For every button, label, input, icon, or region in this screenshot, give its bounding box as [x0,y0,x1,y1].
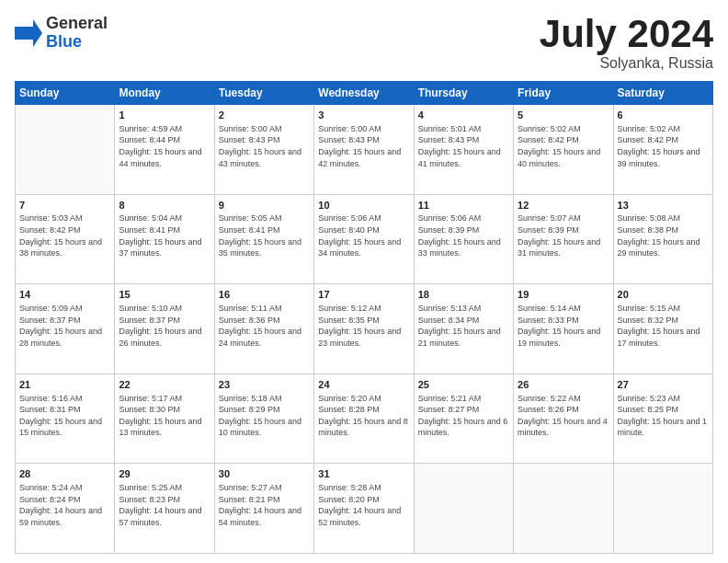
header-friday: Friday [514,82,613,105]
header-saturday: Saturday [613,82,712,105]
title-block: July 2024 Solyanka, Russia [540,15,713,72]
calendar-header-row: Sunday Monday Tuesday Wednesday Thursday… [16,82,713,105]
day-info: Sunrise: 5:17 AM Sunset: 8:30 PM Dayligh… [119,393,210,439]
day-number: 1 [119,109,210,122]
day-info: Sunrise: 5:14 AM Sunset: 8:33 PM Dayligh… [518,303,609,349]
day-info: Sunrise: 5:21 AM Sunset: 8:27 PM Dayligh… [418,393,509,439]
table-row: 3Sunrise: 5:00 AM Sunset: 8:43 PM Daylig… [314,105,414,195]
day-number: 21 [19,378,110,392]
table-row: 7Sunrise: 5:03 AM Sunset: 8:42 PM Daylig… [16,194,115,284]
header-thursday: Thursday [414,82,513,105]
day-number: 13 [618,199,709,213]
day-info: Sunrise: 5:03 AM Sunset: 8:42 PM Dayligh… [19,213,110,259]
table-row [16,105,115,195]
day-info: Sunrise: 4:59 AM Sunset: 8:44 PM Dayligh… [119,123,210,169]
day-info: Sunrise: 5:10 AM Sunset: 8:37 PM Dayligh… [119,303,210,349]
day-info: Sunrise: 5:13 AM Sunset: 8:34 PM Dayligh… [418,303,509,349]
day-number: 22 [119,378,210,392]
title-month: July 2024 [540,15,713,53]
table-row: 29Sunrise: 5:25 AM Sunset: 8:23 PM Dayli… [115,464,214,554]
table-row [414,464,513,554]
logo-text: General Blue [46,15,108,52]
day-info: Sunrise: 5:01 AM Sunset: 8:43 PM Dayligh… [418,123,509,169]
table-row: 15Sunrise: 5:10 AM Sunset: 8:37 PM Dayli… [115,284,214,374]
day-number: 23 [219,378,310,392]
table-row: 6Sunrise: 5:02 AM Sunset: 8:42 PM Daylig… [613,105,712,195]
day-info: Sunrise: 5:00 AM Sunset: 8:43 PM Dayligh… [219,123,310,169]
day-number: 18 [418,288,509,302]
calendar-week-1: 1Sunrise: 4:59 AM Sunset: 8:44 PM Daylig… [16,105,713,195]
table-row: 23Sunrise: 5:18 AM Sunset: 8:29 PM Dayli… [214,373,313,464]
day-info: Sunrise: 5:20 AM Sunset: 8:28 PM Dayligh… [318,393,409,439]
header-monday: Monday [115,82,214,105]
table-row: 17Sunrise: 5:12 AM Sunset: 8:35 PM Dayli… [314,284,414,374]
day-info: Sunrise: 5:00 AM Sunset: 8:43 PM Dayligh… [318,123,409,169]
day-number: 25 [418,378,509,392]
day-number: 12 [518,199,609,213]
day-info: Sunrise: 5:22 AM Sunset: 8:26 PM Dayligh… [518,393,609,439]
day-number: 16 [219,288,310,302]
day-number: 17 [318,288,409,302]
calendar-week-3: 14Sunrise: 5:09 AM Sunset: 8:37 PM Dayli… [16,284,713,374]
page: General Blue July 2024 Solyanka, Russia … [0,0,728,563]
table-row: 31Sunrise: 5:28 AM Sunset: 8:20 PM Dayli… [314,464,414,554]
table-row [613,464,712,554]
day-info: Sunrise: 5:04 AM Sunset: 8:41 PM Dayligh… [119,213,210,259]
day-number: 19 [518,288,609,302]
day-info: Sunrise: 5:12 AM Sunset: 8:35 PM Dayligh… [318,303,409,349]
day-number: 8 [119,199,210,213]
day-info: Sunrise: 5:24 AM Sunset: 8:24 PM Dayligh… [19,482,110,528]
day-number: 9 [219,199,310,213]
table-row: 5Sunrise: 5:02 AM Sunset: 8:42 PM Daylig… [514,105,613,195]
day-number: 15 [119,288,210,302]
svg-marker-0 [15,19,42,47]
day-info: Sunrise: 5:02 AM Sunset: 8:42 PM Dayligh… [518,123,609,169]
day-number: 14 [19,288,110,302]
day-info: Sunrise: 5:27 AM Sunset: 8:21 PM Dayligh… [219,482,310,528]
logo-general: General [46,15,108,33]
table-row: 28Sunrise: 5:24 AM Sunset: 8:24 PM Dayli… [16,464,115,554]
day-number: 4 [418,109,509,122]
day-number: 11 [418,199,509,213]
day-number: 28 [19,467,110,481]
day-info: Sunrise: 5:18 AM Sunset: 8:29 PM Dayligh… [219,393,310,439]
day-number: 7 [19,199,110,213]
table-row: 16Sunrise: 5:11 AM Sunset: 8:36 PM Dayli… [214,284,313,374]
calendar-week-4: 21Sunrise: 5:16 AM Sunset: 8:31 PM Dayli… [16,373,713,464]
day-info: Sunrise: 5:07 AM Sunset: 8:39 PM Dayligh… [518,213,609,259]
header-sunday: Sunday [16,82,115,105]
table-row: 10Sunrise: 5:06 AM Sunset: 8:40 PM Dayli… [314,194,414,284]
day-number: 3 [318,109,409,122]
table-row: 30Sunrise: 5:27 AM Sunset: 8:21 PM Dayli… [214,464,313,554]
logo-blue: Blue [46,33,108,52]
calendar-table: Sunday Monday Tuesday Wednesday Thursday… [15,81,713,554]
day-info: Sunrise: 5:05 AM Sunset: 8:41 PM Dayligh… [219,213,310,259]
day-info: Sunrise: 5:11 AM Sunset: 8:36 PM Dayligh… [219,303,310,349]
day-number: 5 [518,109,609,122]
day-number: 6 [618,109,709,122]
calendar-week-2: 7Sunrise: 5:03 AM Sunset: 8:42 PM Daylig… [16,194,713,284]
day-number: 26 [518,378,609,392]
table-row: 22Sunrise: 5:17 AM Sunset: 8:30 PM Dayli… [115,373,214,464]
day-info: Sunrise: 5:15 AM Sunset: 8:32 PM Dayligh… [618,303,709,349]
day-number: 24 [318,378,409,392]
header-tuesday: Tuesday [214,82,313,105]
table-row: 24Sunrise: 5:20 AM Sunset: 8:28 PM Dayli… [314,373,414,464]
table-row: 8Sunrise: 5:04 AM Sunset: 8:41 PM Daylig… [115,194,214,284]
day-number: 27 [618,378,709,392]
day-number: 20 [618,288,709,302]
table-row: 4Sunrise: 5:01 AM Sunset: 8:43 PM Daylig… [414,105,513,195]
day-info: Sunrise: 5:16 AM Sunset: 8:31 PM Dayligh… [19,393,110,439]
calendar-week-5: 28Sunrise: 5:24 AM Sunset: 8:24 PM Dayli… [16,464,713,554]
table-row: 27Sunrise: 5:23 AM Sunset: 8:25 PM Dayli… [613,373,712,464]
table-row: 21Sunrise: 5:16 AM Sunset: 8:31 PM Dayli… [16,373,115,464]
table-row: 20Sunrise: 5:15 AM Sunset: 8:32 PM Dayli… [613,284,712,374]
table-row [514,464,613,554]
day-number: 29 [119,467,210,481]
table-row: 19Sunrise: 5:14 AM Sunset: 8:33 PM Dayli… [514,284,613,374]
table-row: 26Sunrise: 5:22 AM Sunset: 8:26 PM Dayli… [514,373,613,464]
day-number: 30 [219,467,310,481]
day-info: Sunrise: 5:25 AM Sunset: 8:23 PM Dayligh… [119,482,210,528]
title-location: Solyanka, Russia [540,55,713,72]
day-info: Sunrise: 5:08 AM Sunset: 8:38 PM Dayligh… [618,213,709,259]
